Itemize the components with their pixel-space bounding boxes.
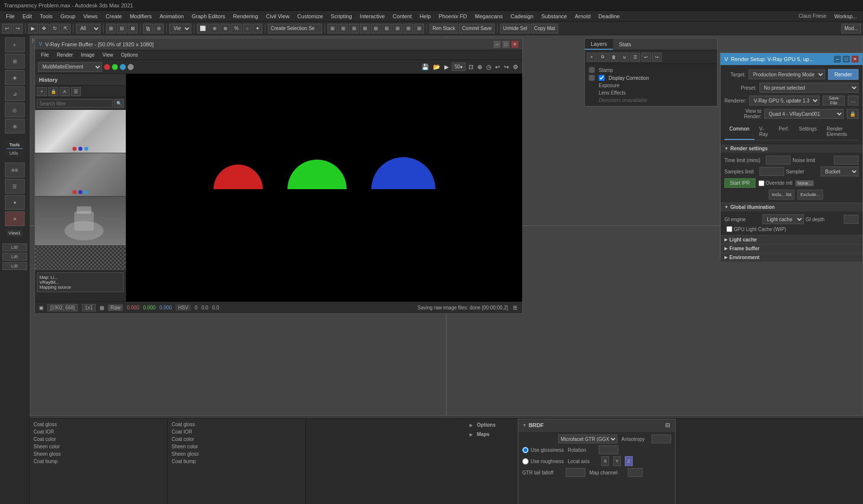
menu-item-create[interactable]: Create [102, 12, 126, 20]
use-glossiness-radio[interactable] [522, 447, 529, 453]
move-btn[interactable]: ✥ [39, 24, 49, 34]
menu-item-help[interactable]: Help [416, 12, 435, 20]
stamp-eye[interactable] [589, 67, 595, 73]
grid-btn-9[interactable]: ⊞ [414, 24, 424, 34]
tab-settings[interactable]: Settings [794, 124, 822, 140]
vfb-redo-btn[interactable]: ↪ [503, 63, 510, 71]
vfb-undo-btn[interactable]: ↩ [494, 63, 501, 71]
maps-label[interactable]: Maps [477, 432, 490, 437]
tab-common[interactable]: Common [724, 124, 755, 140]
tools-tab[interactable]: Tools [6, 141, 23, 149]
layers-del-btn[interactable]: 🗑 [609, 53, 618, 62]
grid-btn-5[interactable]: ⊞ [371, 24, 381, 34]
override-mtl-cb[interactable] [758, 180, 764, 186]
menu-item-edit[interactable]: Edit [19, 12, 36, 20]
toolbar-btn-2[interactable]: ⊕ [210, 24, 219, 34]
grid-btn-8[interactable]: ⊞ [403, 24, 413, 34]
create-selection-btn[interactable]: Create Selection Se [268, 24, 322, 34]
history-search-btn[interactable]: 🔍 [114, 99, 124, 108]
menu-item-views[interactable]: Views [79, 12, 102, 20]
vfb-menu-options[interactable]: Options [117, 51, 142, 59]
utilities-tab[interactable]: Utils [6, 150, 23, 157]
tab-perf[interactable]: Perf. [774, 124, 794, 140]
menu-item-customize[interactable]: Customize [293, 12, 327, 20]
vfb-save-btn[interactable]: 💾 [421, 63, 430, 71]
snap-btn[interactable]: ⊞ [106, 24, 116, 34]
layers-add-btn[interactable]: + [587, 53, 597, 62]
dc-checkbox[interactable] [599, 75, 605, 81]
sidebar-misc-1[interactable]: ⊞⊞ [5, 163, 25, 177]
grid-btn-7[interactable]: ⊞ [393, 24, 402, 34]
rotate-btn[interactable]: ↻ [50, 24, 60, 34]
grid-btn-4[interactable]: ⊞ [360, 24, 370, 34]
mirror-btn[interactable]: ⧎ [143, 24, 153, 34]
menu-item-arnold[interactable]: Arnold [571, 12, 595, 20]
select-btn[interactable]: ▶ [28, 24, 38, 34]
gtr-input[interactable]: 2,0 [566, 468, 585, 477]
vfb-menu-image[interactable]: Image [77, 51, 99, 59]
history-search[interactable] [37, 99, 113, 108]
lib-btn-2[interactable]: LIB [2, 253, 27, 261]
gpu-light-cache-cb[interactable] [726, 226, 732, 232]
menu-item-scripting[interactable]: Scripting [327, 12, 356, 20]
rs-minimize[interactable]: ─ [834, 56, 841, 63]
vfb-clone-btn[interactable]: ⊕ [476, 63, 483, 71]
history-add-btn[interactable]: + [37, 87, 47, 96]
unhide-sel-btn[interactable]: Unhide Sel [500, 24, 530, 34]
menu-item-graph[interactable]: Graph Editors [188, 12, 229, 20]
menu-item-file[interactable]: File [2, 12, 19, 20]
menu-item-modifiers[interactable]: Modifiers [126, 12, 156, 20]
history-thumb-3[interactable] [35, 197, 126, 246]
dc-eye[interactable] [589, 75, 595, 81]
render-btn[interactable]: Render [828, 69, 859, 80]
toolbar-btn-4[interactable]: % [231, 24, 242, 34]
menu-item-tools[interactable]: Tools [36, 12, 57, 20]
workspace-btn[interactable]: Worksp... [830, 12, 861, 20]
grid-btn-6[interactable]: ⊞ [382, 24, 392, 34]
sidebar-cross[interactable]: ✕ [5, 211, 25, 226]
vfb-menu-render[interactable]: Render [53, 51, 77, 59]
menu-item-cadesign[interactable]: Cadesign [506, 12, 537, 20]
menu-item-megascans[interactable]: Megascans [471, 12, 506, 20]
render-settings-header[interactable]: ▼ Render settings [720, 144, 863, 153]
sidebar-icon-3[interactable]: ◈ [5, 70, 25, 85]
sidebar-icon-2[interactable]: ⊞ [5, 54, 25, 68]
vfb-history-btn[interactable]: ◷ [485, 63, 492, 71]
sidebar-misc-3[interactable]: ✦ [5, 195, 25, 210]
renderer-dropdown[interactable]: V-Ray GPU 5, update 1.3 [749, 96, 820, 105]
rotation-input[interactable]: 0,0 [599, 445, 618, 454]
menu-item-substance[interactable]: Substance [538, 12, 571, 20]
sidebar-icon-4[interactable]: ⊿ [5, 86, 25, 101]
start-ipr-btn[interactable]: Start IPR [724, 178, 755, 188]
vfb-maximize[interactable]: □ [503, 41, 509, 48]
toolbar-btn-6[interactable]: ✦ [252, 24, 262, 34]
layers-merge-btn[interactable]: ⊎ [619, 53, 629, 62]
color-dot-red[interactable] [104, 64, 110, 70]
save-file-btn[interactable]: Save File [823, 96, 845, 105]
gi-engine-dropdown[interactable]: Light cache [762, 214, 803, 224]
incl-list-btn[interactable]: Inclu... list [769, 190, 794, 200]
grid-btn-2[interactable]: ⊞ [338, 24, 348, 34]
undo-btn[interactable]: ↩ [2, 24, 12, 34]
snap2-btn[interactable]: ⊟ [117, 24, 127, 34]
sidebar-icon-6[interactable]: ⊕ [5, 119, 25, 134]
menu-item-animation[interactable]: Animation [156, 12, 188, 20]
mod-btn[interactable]: Mod... [841, 24, 861, 34]
brdf-expand-btn[interactable]: ⊟ [664, 421, 671, 430]
vfb-load-btn[interactable]: 📂 [432, 63, 441, 71]
copy-mat-btn[interactable]: Copy Mat [531, 24, 558, 34]
commit-save-btn[interactable]: Commit Save [459, 24, 495, 34]
stats-tab[interactable]: Stats [613, 39, 637, 49]
vfb-menu-file[interactable]: File [37, 51, 53, 59]
history-thumb-1[interactable] [35, 110, 126, 153]
align-btn[interactable]: ⊜ [154, 24, 164, 34]
menu-item-phoenix[interactable]: Phoenix FD [435, 12, 471, 20]
target-dropdown[interactable]: Production Rendering Mode [749, 69, 825, 79]
layers-undo-btn[interactable]: ↩ [641, 53, 651, 62]
lib-btn-3[interactable]: LIB [2, 262, 27, 270]
vfb-menu-view[interactable]: View [99, 51, 117, 59]
mode-dropdown[interactable]: All [76, 24, 101, 34]
menu-item-interactive[interactable]: Interactive [356, 12, 389, 20]
rs-maximize[interactable]: □ [843, 56, 850, 63]
menu-item-content[interactable]: Content [389, 12, 416, 20]
